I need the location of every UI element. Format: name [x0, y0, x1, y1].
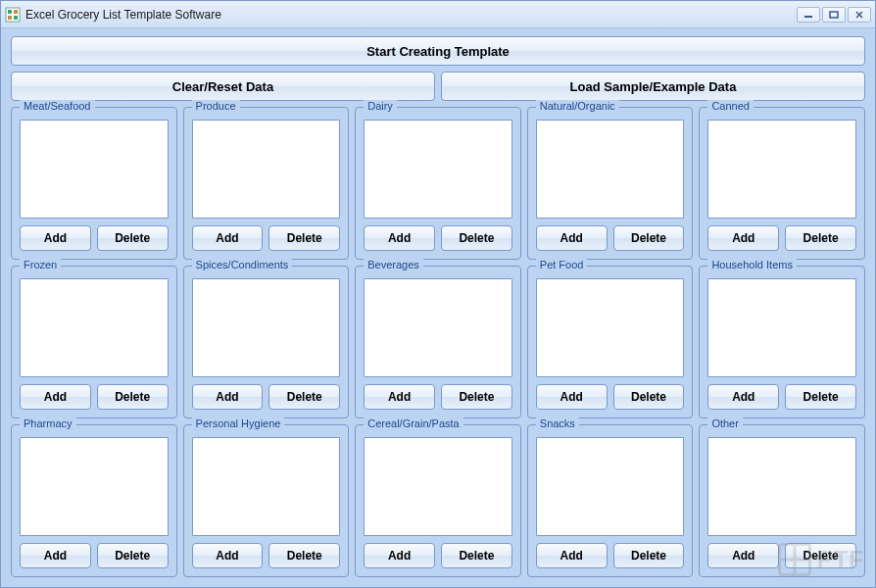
category-title-frozen: Frozen — [20, 259, 61, 270]
add-button-beverages[interactable]: Add — [364, 384, 435, 410]
delete-button-pharmacy[interactable]: Delete — [97, 543, 169, 568]
category-group-produce: ProduceAddDelete — [183, 107, 350, 260]
add-button-personal-hygiene[interactable]: Add — [192, 543, 264, 568]
category-group-other: OtherAddDelete — [699, 424, 865, 577]
delete-button-produce[interactable]: Delete — [268, 225, 340, 251]
delete-button-personal-hygiene[interactable]: Delete — [268, 543, 340, 568]
category-title-other: Other — [707, 417, 743, 429]
listbox-other[interactable] — [707, 437, 856, 536]
delete-button-dairy[interactable]: Delete — [441, 225, 512, 251]
category-group-pharmacy: PharmacyAddDelete — [11, 424, 177, 577]
listbox-household-items[interactable] — [707, 278, 856, 377]
group-buttons-frozen: AddDelete — [20, 384, 169, 410]
category-group-canned: CannedAddDelete — [699, 107, 865, 260]
close-button[interactable] — [848, 7, 871, 23]
group-buttons-cereal-grain-pasta: AddDelete — [364, 543, 512, 568]
listbox-dairy[interactable] — [364, 120, 512, 219]
add-button-canned[interactable]: Add — [707, 225, 779, 251]
start-creating-template-button[interactable]: Start Creating Template — [11, 36, 865, 66]
svg-rect-4 — [14, 16, 18, 20]
listbox-pharmacy[interactable] — [20, 437, 169, 536]
listbox-meat-seafood[interactable] — [20, 120, 169, 219]
category-group-cereal-grain-pasta: Cereal/Grain/PastaAddDelete — [355, 424, 521, 577]
add-button-pharmacy[interactable]: Add — [20, 543, 91, 568]
maximize-button[interactable] — [822, 7, 846, 23]
category-title-pharmacy: Pharmacy — [20, 417, 76, 429]
delete-button-household-items[interactable]: Delete — [785, 384, 856, 410]
delete-button-frozen[interactable]: Delete — [97, 384, 169, 410]
group-buttons-natural-organic: AddDelete — [536, 225, 685, 251]
listbox-cereal-grain-pasta[interactable] — [364, 437, 512, 536]
category-title-natural-organic: Natural/Organic — [536, 100, 619, 112]
group-buttons-pharmacy: AddDelete — [20, 543, 169, 568]
listbox-pet-food[interactable] — [536, 278, 685, 377]
listbox-natural-organic[interactable] — [536, 120, 685, 219]
group-buttons-dairy: AddDelete — [364, 225, 512, 251]
listbox-produce[interactable] — [192, 120, 341, 219]
load-sample-button[interactable]: Load Sample/Example Data — [441, 72, 865, 101]
listbox-personal-hygiene[interactable] — [192, 437, 341, 536]
delete-button-cereal-grain-pasta[interactable]: Delete — [441, 543, 512, 568]
categories-grid: Meat/SeafoodAddDeleteProduceAddDeleteDai… — [11, 107, 865, 577]
listbox-snacks[interactable] — [536, 437, 685, 536]
listbox-frozen[interactable] — [20, 278, 169, 377]
add-button-spices-condiments[interactable]: Add — [192, 384, 264, 410]
window-title: Excel Grocery List Template Software — [25, 8, 795, 22]
category-group-natural-organic: Natural/OrganicAddDelete — [527, 107, 694, 260]
category-title-produce: Produce — [192, 100, 240, 112]
svg-rect-3 — [8, 16, 12, 20]
svg-rect-1 — [8, 10, 12, 14]
category-title-household-items: Household Items — [707, 259, 797, 270]
add-button-natural-organic[interactable]: Add — [536, 225, 608, 251]
add-button-household-items[interactable]: Add — [707, 384, 779, 410]
group-buttons-other: AddDelete — [707, 543, 856, 568]
add-button-snacks[interactable]: Add — [536, 543, 608, 568]
add-button-meat-seafood[interactable]: Add — [20, 225, 91, 251]
clear-reset-button[interactable]: Clear/Reset Data — [11, 72, 435, 101]
group-buttons-canned: AddDelete — [707, 225, 856, 251]
add-button-cereal-grain-pasta[interactable]: Add — [364, 543, 435, 568]
delete-button-pet-food[interactable]: Delete — [613, 384, 685, 410]
listbox-spices-condiments[interactable] — [192, 278, 341, 377]
group-buttons-household-items: AddDelete — [707, 384, 856, 410]
delete-button-meat-seafood[interactable]: Delete — [97, 225, 169, 251]
titlebar: Excel Grocery List Template Software — [1, 1, 875, 28]
delete-button-snacks[interactable]: Delete — [613, 543, 685, 568]
delete-button-spices-condiments[interactable]: Delete — [268, 384, 340, 410]
listbox-canned[interactable] — [707, 120, 856, 219]
delete-button-beverages[interactable]: Delete — [441, 384, 512, 410]
category-title-dairy: Dairy — [364, 100, 397, 112]
category-title-pet-food: Pet Food — [536, 259, 588, 270]
add-button-produce[interactable]: Add — [192, 225, 264, 251]
delete-button-canned[interactable]: Delete — [785, 225, 856, 251]
category-group-pet-food: Pet FoodAddDelete — [527, 266, 694, 418]
listbox-beverages[interactable] — [364, 278, 512, 377]
add-button-frozen[interactable]: Add — [20, 384, 91, 410]
category-title-cereal-grain-pasta: Cereal/Grain/Pasta — [364, 417, 463, 429]
category-group-frozen: FrozenAddDelete — [11, 266, 177, 418]
category-title-beverages: Beverages — [364, 259, 423, 270]
category-group-household-items: Household ItemsAddDelete — [699, 266, 865, 418]
client-area: Start Creating Template Clear/Reset Data… — [1, 28, 875, 587]
svg-rect-6 — [830, 12, 838, 18]
add-button-other[interactable]: Add — [707, 543, 779, 568]
svg-rect-5 — [804, 16, 812, 18]
secondary-buttons-row: Clear/Reset Data Load Sample/Example Dat… — [11, 72, 865, 101]
group-buttons-spices-condiments: AddDelete — [192, 384, 341, 410]
app-window: Excel Grocery List Template Software Sta… — [0, 0, 876, 588]
category-group-snacks: SnacksAddDelete — [527, 424, 694, 577]
category-group-personal-hygiene: Personal HygieneAddDelete — [183, 424, 350, 577]
add-button-pet-food[interactable]: Add — [536, 384, 608, 410]
category-group-spices-condiments: Spices/CondimentsAddDelete — [183, 266, 350, 418]
app-icon — [5, 7, 21, 23]
group-buttons-personal-hygiene: AddDelete — [192, 543, 341, 568]
category-group-beverages: BeveragesAddDelete — [355, 266, 521, 418]
minimize-button[interactable] — [797, 7, 820, 23]
svg-rect-2 — [14, 10, 18, 14]
category-group-meat-seafood: Meat/SeafoodAddDelete — [11, 107, 177, 260]
delete-button-natural-organic[interactable]: Delete — [613, 225, 685, 251]
group-buttons-pet-food: AddDelete — [536, 384, 685, 410]
add-button-dairy[interactable]: Add — [364, 225, 435, 251]
delete-button-other[interactable]: Delete — [785, 543, 856, 568]
group-buttons-snacks: AddDelete — [536, 543, 685, 568]
